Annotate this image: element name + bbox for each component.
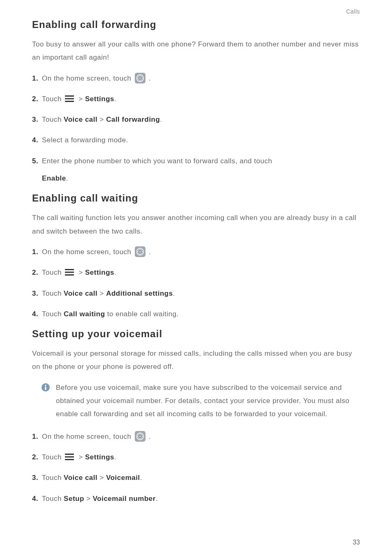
step-text: . — [160, 116, 162, 123]
step-text: to enable call waiting. — [107, 310, 179, 318]
menu-icon — [65, 453, 74, 461]
step-1: On the home screen, touch . — [32, 246, 360, 259]
dialer-icon — [135, 73, 145, 83]
svg-rect-25 — [65, 269, 74, 270]
step-4: Touch Call waiting to enable call waitin… — [32, 308, 360, 321]
svg-point-7 — [141, 76, 142, 76]
svg-point-22 — [138, 253, 138, 254]
step-3: Touch Voice call > Call forwarding. — [32, 113, 360, 126]
voice-call-label: Voice call — [64, 474, 97, 482]
settings-label: Settings — [85, 269, 114, 276]
svg-point-2 — [140, 75, 141, 76]
step-2: Touch > Settings. — [32, 266, 360, 279]
page-container: Calls Enabling call forwarding Too busy … — [0, 0, 392, 556]
step-1: On the home screen, touch . — [32, 72, 360, 85]
step-text: > — [97, 474, 106, 482]
svg-point-9 — [141, 79, 142, 80]
section-title-voicemail: Setting up your voicemail — [32, 328, 360, 340]
svg-point-16 — [140, 249, 141, 250]
voice-call-label: Voice call — [64, 290, 97, 297]
step-text: . — [114, 95, 116, 103]
step-text: . — [114, 269, 116, 276]
step-text: Touch — [42, 453, 64, 461]
voicemail-label: Voicemail — [106, 474, 140, 482]
intro-call-forwarding: Too busy to answer all your calls with o… — [32, 38, 360, 65]
step-text: Touch — [42, 290, 64, 297]
call-forwarding-label: Call forwarding — [106, 116, 160, 123]
step-text: > — [97, 290, 106, 297]
chapter-label: Calls — [32, 8, 360, 15]
step-text: . — [156, 495, 158, 503]
step-text: > — [84, 495, 93, 503]
step-4: Select a forwarding mode. — [32, 134, 360, 147]
note-block: Before you use voicemail, make sure you … — [41, 381, 360, 421]
step-text: Touch — [42, 474, 64, 482]
svg-point-24 — [140, 251, 141, 252]
svg-rect-44 — [65, 459, 74, 460]
section-title-call-forwarding: Enabling call forwarding — [32, 19, 360, 30]
svg-rect-26 — [65, 272, 74, 273]
step-text: Enter the phone number to which you want… — [42, 157, 272, 165]
step-text: On the home screen, touch — [42, 74, 134, 82]
step-3: Touch Voice call > Additional settings. — [32, 287, 360, 300]
svg-rect-42 — [65, 454, 74, 455]
step-text: . — [149, 433, 151, 440]
svg-point-23 — [141, 253, 142, 254]
voice-call-label: Voice call — [64, 116, 97, 123]
step-text: . — [173, 290, 175, 297]
svg-point-20 — [138, 249, 138, 250]
svg-rect-43 — [65, 456, 74, 457]
step-text: > — [78, 453, 85, 461]
step-text: On the home screen, touch — [42, 433, 134, 440]
svg-point-41 — [140, 436, 141, 437]
step-text: Touch — [42, 495, 64, 503]
step-text: Touch — [42, 310, 64, 318]
section-title-call-waiting: Enabling call waiting — [32, 192, 360, 204]
enable-label: Enable — [42, 174, 66, 182]
menu-icon — [65, 95, 74, 102]
svg-rect-13 — [65, 101, 74, 102]
info-icon — [41, 383, 50, 392]
svg-point-34 — [140, 438, 141, 439]
note-text: Before you use voicemail, make sure you … — [56, 381, 360, 421]
svg-point-19 — [142, 251, 143, 252]
settings-label: Settings — [85, 95, 114, 103]
step-text: Touch — [42, 116, 64, 123]
svg-rect-30 — [45, 387, 46, 390]
page-number: 33 — [353, 539, 360, 546]
call-waiting-label: Call waiting — [64, 310, 105, 318]
svg-point-36 — [142, 436, 143, 436]
step-text: On the home screen, touch — [42, 248, 134, 256]
step-text: . — [114, 453, 116, 461]
dialer-icon — [135, 431, 145, 442]
step-text: . — [149, 74, 151, 82]
settings-label: Settings — [85, 453, 114, 461]
voicemail-number-label: Voicemail number — [93, 495, 156, 503]
step-text: . — [140, 474, 142, 482]
additional-settings-label: Additional settings — [106, 290, 173, 297]
svg-point-39 — [138, 438, 138, 438]
menu-icon — [65, 269, 74, 276]
step-text: Select a forwarding mode. — [42, 136, 128, 144]
steps-call-waiting: On the home screen, touch . Touch > Sett… — [32, 246, 360, 321]
step-text: Touch — [42, 95, 64, 103]
svg-point-6 — [138, 76, 138, 76]
svg-point-8 — [138, 79, 138, 80]
steps-call-forwarding: On the home screen, touch . Touch > Sett… — [32, 72, 360, 185]
svg-point-10 — [140, 77, 141, 78]
svg-point-18 — [137, 251, 138, 252]
svg-point-4 — [137, 77, 138, 78]
svg-point-29 — [45, 385, 46, 386]
step-4: Touch Setup > Voicemail number. — [32, 492, 360, 505]
svg-rect-12 — [65, 98, 74, 99]
svg-point-5 — [142, 77, 143, 78]
dialer-icon — [135, 246, 145, 257]
svg-point-17 — [140, 254, 141, 255]
setup-label: Setup — [64, 495, 84, 503]
step-text: > — [78, 95, 85, 103]
svg-point-40 — [141, 438, 142, 438]
svg-point-21 — [141, 249, 142, 250]
intro-voicemail: Voicemail is your personal storage for m… — [32, 347, 360, 374]
svg-rect-27 — [65, 274, 74, 276]
svg-rect-11 — [65, 95, 74, 97]
